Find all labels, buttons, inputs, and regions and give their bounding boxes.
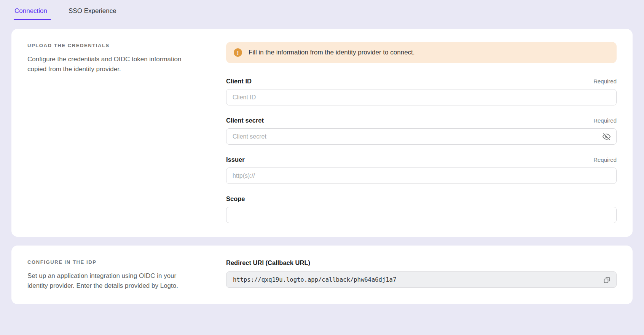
client-secret-required-badge: Required xyxy=(593,117,617,124)
section-description-configure-idp: Set up an application integration using … xyxy=(27,271,191,290)
redirect-uri-block: Redirect URI (Callback URL) https://qxq1… xyxy=(226,258,617,290)
copy-button[interactable] xyxy=(601,274,613,286)
field-client-id: Client ID Required xyxy=(226,78,617,105)
sso-connector-page: Connection SSO Experience UPLOAD THE CRE… xyxy=(0,0,644,304)
scope-input[interactable] xyxy=(226,207,617,223)
client-id-label: Client ID xyxy=(226,78,252,85)
tab-connection[interactable]: Connection xyxy=(14,7,48,20)
section-description-upload-credentials: Configure the credentials and OIDC token… xyxy=(27,54,191,74)
section-heading-configure-idp: CONFIGURE IN THE IDP xyxy=(27,259,203,265)
issuer-label: Issuer xyxy=(226,156,245,163)
warning-icon: ! xyxy=(234,48,242,57)
upload-credentials-card: UPLOAD THE CREDENTIALS Configure the cre… xyxy=(11,29,633,237)
configure-idp-intro: CONFIGURE IN THE IDP Set up an applicati… xyxy=(27,258,226,290)
field-client-secret: Client secret Required xyxy=(226,117,617,145)
client-id-input[interactable] xyxy=(226,89,617,105)
issuer-input[interactable] xyxy=(226,168,617,184)
tab-sso-experience[interactable]: SSO Experience xyxy=(68,7,117,20)
field-issuer: Issuer Required xyxy=(226,156,617,184)
fill-info-alert: ! Fill in the information from the ident… xyxy=(226,42,617,63)
upload-credentials-intro: UPLOAD THE CREDENTIALS Configure the cre… xyxy=(27,42,226,223)
redirect-uri-label: Redirect URI (Callback URL) xyxy=(226,259,617,266)
client-id-required-badge: Required xyxy=(593,78,617,85)
redirect-uri-field: https://qxq19u.logto.app/callback/phw64a… xyxy=(226,271,617,288)
client-secret-input[interactable] xyxy=(226,128,617,145)
issuer-required-badge: Required xyxy=(593,156,617,163)
eye-off-icon xyxy=(603,132,611,140)
copy-icon xyxy=(603,276,611,284)
tab-bar: Connection SSO Experience xyxy=(0,0,644,20)
field-scope: Scope xyxy=(226,195,617,223)
redirect-uri-value: https://qxq19u.logto.app/callback/phw64a… xyxy=(233,276,601,283)
section-heading-upload-credentials: UPLOAD THE CREDENTIALS xyxy=(27,43,203,48)
client-secret-label: Client secret xyxy=(226,117,264,124)
configure-idp-card: CONFIGURE IN THE IDP Set up an applicati… xyxy=(11,246,633,304)
toggle-secret-visibility-button[interactable] xyxy=(602,132,611,141)
alert-text: Fill in the information from the identit… xyxy=(249,49,415,56)
credentials-form: ! Fill in the information from the ident… xyxy=(226,42,617,223)
scope-label: Scope xyxy=(226,195,245,203)
